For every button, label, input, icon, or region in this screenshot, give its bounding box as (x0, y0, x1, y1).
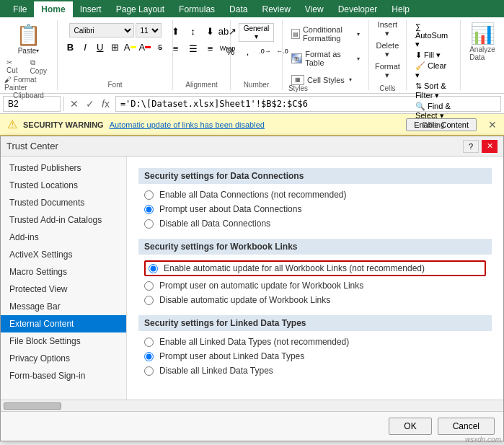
sort-filter-button[interactable]: ⇅ Sort & Filter ▾ (412, 81, 454, 101)
dc-prompt-user-radio[interactable] (144, 205, 154, 214)
ld-disable-all[interactable]: Disable all Linked Data Types (144, 366, 486, 376)
align-middle-button[interactable]: ↕ (185, 23, 201, 39)
tab-file[interactable]: File (6, 1, 34, 17)
sidebar-item-trusted-locations[interactable]: Trusted Locations (1, 177, 126, 194)
horizontal-scrollbar[interactable] (1, 400, 503, 411)
find-select-button[interactable]: 🔍 Find & Select ▾ (412, 101, 454, 121)
wl-disable-auto[interactable]: Disable automatic update of Workbook Lin… (144, 295, 486, 305)
ld-prompt-user[interactable]: Prompt user about Linked Data Types (144, 351, 486, 361)
delete-cells-button[interactable]: Delete ▾ (370, 40, 404, 61)
main-area: Trust Center ? ✕ Trusted Publishers Trus… (0, 136, 504, 441)
align-bottom-button[interactable]: ⬇ (203, 23, 218, 39)
format-table-button[interactable]: ⊞ Format as Table ▾ (288, 49, 363, 68)
tab-view[interactable]: View (298, 1, 331, 17)
dialog-help-button[interactable]: ? (463, 140, 479, 153)
ribbon-group-analyze: 📊 AnalyzeData (461, 20, 504, 90)
sidebar-item-message-bar[interactable]: Message Bar (1, 298, 126, 315)
sidebar-item-privacy[interactable]: Privacy Options (1, 350, 126, 367)
wl-prompt-user-radio[interactable] (144, 281, 154, 291)
sidebar-item-protected-view[interactable]: Protected View (1, 281, 126, 298)
ok-button[interactable]: OK (389, 418, 431, 435)
align-right-button[interactable]: ≡ (203, 40, 218, 56)
dc-prompt-user[interactable]: Prompt user about Data Connections (144, 204, 486, 214)
sidebar-item-macro[interactable]: Macro Settings (1, 263, 126, 281)
strikethrough-button[interactable]: S̶ (153, 39, 167, 55)
analyze-icon: 📊 (470, 22, 495, 45)
ld-enable-all-radio[interactable] (144, 338, 154, 347)
format-painter-button[interactable]: 🖌 Format Painter (4, 76, 53, 92)
sidebar-item-external-content[interactable]: External Content (1, 315, 126, 332)
comma-button[interactable]: , (239, 43, 255, 59)
confirm-formula-button[interactable]: ✓ (83, 98, 97, 110)
ribbon-group-editing: ∑ AutoSum ▾ ⬇ Fill ▾ 🧹 Clear ▾ ⇅ Sort & … (407, 20, 461, 90)
tab-page-layout[interactable]: Page Layout (109, 1, 172, 17)
increase-decimal-button[interactable]: .0→ (257, 43, 273, 59)
bold-button[interactable]: B (63, 39, 77, 55)
ribbon-group-font: Calibri 11 B I U ⊞ A A S̶ Font (58, 20, 173, 90)
security-bar-close-button[interactable]: ✕ (488, 119, 497, 131)
cell-styles-label: Cell Styles (307, 76, 345, 84)
dialog-body: Trusted Publishers Trusted Locations Tru… (1, 157, 503, 400)
decrease-decimal-button[interactable]: ←.0 (274, 43, 290, 59)
fill-button[interactable]: ⬇ Fill ▾ (412, 50, 454, 61)
percent-button[interactable]: % (222, 43, 238, 59)
sidebar-item-file-block[interactable]: File Block Settings (1, 332, 126, 350)
ld-prompt-user-radio[interactable] (144, 352, 154, 361)
align-left-button[interactable]: ≡ (168, 40, 184, 56)
security-warning-link[interactable]: Automatic update of links has been disab… (110, 120, 265, 129)
sidebar-item-activex[interactable]: ActiveX Settings (1, 246, 126, 263)
font-family-select[interactable]: Calibri (69, 23, 134, 38)
tab-formulas[interactable]: Formulas (172, 1, 222, 17)
tab-developer[interactable]: Developer (331, 1, 385, 17)
dc-enable-all[interactable]: Enable all Data Connections (not recomme… (144, 190, 486, 200)
cut-button[interactable]: ✂ Cut (4, 58, 25, 76)
underline-button[interactable]: U (93, 39, 107, 55)
copy-button[interactable]: ⧉ Copy (28, 58, 53, 76)
sidebar-item-addins[interactable]: Add-ins (1, 229, 126, 246)
paste-icon: 📋 (16, 23, 41, 47)
cancel-formula-button[interactable]: ✕ (67, 98, 81, 110)
ld-disable-all-radio[interactable] (144, 366, 154, 376)
conditional-formatting-button[interactable]: ▤ Conditional Formatting ▾ (288, 25, 363, 43)
tab-insert[interactable]: Insert (73, 1, 109, 17)
clear-button[interactable]: 🧹 Clear ▾ (412, 61, 454, 81)
align-top-button[interactable]: ⬆ (168, 23, 184, 39)
font-color-button[interactable]: A (138, 39, 152, 55)
italic-button[interactable]: I (79, 39, 92, 55)
security-warning-icon: ⚠ (7, 118, 17, 131)
dc-disable-all-radio[interactable] (144, 219, 154, 229)
tab-help[interactable]: Help (384, 1, 417, 17)
font-size-select[interactable]: 11 (136, 23, 162, 38)
tab-home[interactable]: Home (34, 1, 72, 17)
tab-review[interactable]: Review (255, 1, 297, 17)
fill-color-button[interactable]: A (123, 39, 137, 55)
dc-enable-all-radio[interactable] (144, 190, 154, 200)
wl-disable-auto-radio[interactable] (144, 296, 154, 305)
analyze-label[interactable]: AnalyzeData (469, 45, 495, 61)
autosum-button[interactable]: ∑ AutoSum ▾ (412, 22, 454, 50)
insert-cells-button[interactable]: Insert ▾ (372, 19, 404, 40)
wl-enable-all-radio[interactable] (149, 264, 158, 273)
number-format-select[interactable]: General ▾ (239, 23, 274, 42)
tab-data[interactable]: Data (222, 1, 255, 17)
border-button[interactable]: ⊞ (108, 39, 122, 55)
paste-button[interactable]: 📋 Paste ▾ (14, 22, 43, 56)
insert-function-button[interactable]: fx (99, 98, 112, 110)
sidebar-item-trusted-publishers[interactable]: Trusted Publishers (1, 159, 126, 177)
format-cells-button[interactable]: Format ▾ (369, 61, 406, 81)
ld-enable-all[interactable]: Enable all Linked Data Types (not recomm… (144, 337, 486, 347)
dialog-close-button[interactable]: ✕ (482, 140, 498, 153)
section-header-linked-data: Security settings for Linked Data Types (138, 315, 492, 331)
sidebar-item-trusted-addins[interactable]: Trusted Add-in Catalogs (1, 211, 126, 229)
wl-prompt-user[interactable]: Prompt user on automatic update for Work… (144, 281, 486, 291)
sidebar-item-trusted-documents[interactable]: Trusted Documents (1, 194, 126, 211)
cancel-button[interactable]: Cancel (438, 418, 495, 435)
h-scroll-thumb[interactable] (4, 402, 61, 410)
format-table-arrow: ▾ (357, 56, 360, 62)
wl-enable-all[interactable]: Enable automatic update for all Workbook… (144, 260, 486, 276)
align-center-button[interactable]: ☰ (185, 40, 201, 56)
alignment-row1: ⬆ ↕ ⬇ ab↗ (168, 23, 236, 39)
sidebar-scroll: Trusted Publishers Trusted Locations Tru… (1, 159, 126, 384)
dc-disable-all[interactable]: Disable all Data Connections (144, 219, 486, 229)
sidebar-item-form-signin[interactable]: Form-based Sign-in (1, 367, 126, 384)
